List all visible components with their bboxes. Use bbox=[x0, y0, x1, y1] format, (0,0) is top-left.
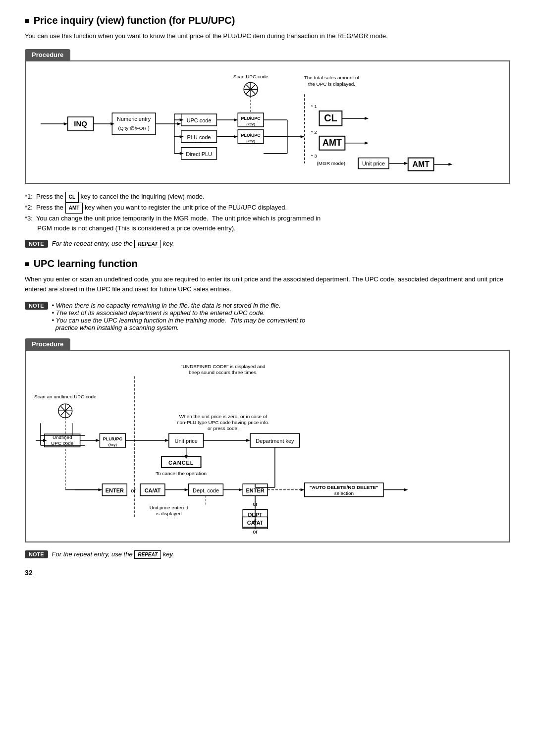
svg-marker-55 bbox=[365, 117, 369, 120]
procedure2-badge-wrap: Procedure bbox=[25, 338, 510, 350]
procedure1-badge: Procedure bbox=[25, 49, 70, 60]
svg-text:CA/AT: CA/AT bbox=[145, 487, 161, 493]
svg-text:(MGR mode): (MGR mode) bbox=[317, 160, 345, 165]
svg-marker-5 bbox=[110, 122, 114, 125]
note2-text: • When there is no capacity remaining in… bbox=[52, 302, 306, 331]
svg-text:or press code.: or press code. bbox=[208, 426, 239, 431]
diagram1: INQ Numeric entry (Q'ty @/FOR ) UPC code… bbox=[36, 69, 499, 173]
svg-text:Undfined: Undfined bbox=[53, 434, 72, 440]
svg-text:* 1: * 1 bbox=[311, 104, 318, 109]
note2-line2: • The text of its associated department … bbox=[52, 309, 306, 317]
svg-text:Unit price: Unit price bbox=[175, 438, 198, 444]
svg-text:Dept. code: Dept. code bbox=[193, 487, 219, 493]
footnote1-2: *2: Press the AMT key when you want to r… bbox=[25, 203, 510, 214]
svg-text:Department key: Department key bbox=[256, 438, 294, 444]
svg-marker-26 bbox=[234, 118, 238, 121]
svg-marker-20 bbox=[180, 118, 184, 121]
svg-marker-24 bbox=[180, 152, 184, 155]
note2-box: NOTE • When there is no capacity remaini… bbox=[25, 302, 510, 331]
svg-text:PLU/UPC: PLU/UPC bbox=[103, 436, 123, 441]
note3-text: For the repeat entry, use the REPEAT key… bbox=[52, 550, 174, 559]
svg-marker-31 bbox=[234, 135, 238, 138]
svg-text:(key): (key) bbox=[108, 442, 117, 447]
svg-text:* 3: * 3 bbox=[311, 153, 318, 158]
note1-text: For the repeat entry, use the REPEAT key… bbox=[52, 240, 174, 248]
note1-badge: NOTE bbox=[25, 240, 48, 248]
svg-text:ENTER: ENTER bbox=[246, 487, 265, 493]
svg-marker-98 bbox=[165, 439, 169, 442]
svg-text:* 2: * 2 bbox=[311, 129, 318, 134]
footnotes1: *1: Press the CL key to cancel the the i… bbox=[25, 192, 510, 234]
svg-marker-70 bbox=[448, 162, 452, 165]
svg-text:AMT: AMT bbox=[322, 137, 342, 147]
svg-text:(key): (key) bbox=[246, 121, 255, 126]
svg-text:or: or bbox=[131, 487, 136, 493]
svg-text:INQ: INQ bbox=[74, 119, 87, 127]
svg-text:or: or bbox=[253, 529, 258, 535]
svg-marker-84 bbox=[43, 439, 47, 442]
svg-text:PLU code: PLU code bbox=[187, 134, 211, 140]
svg-text:is displayed: is displayed bbox=[156, 511, 182, 516]
note1-box: NOTE For the repeat entry, use the REPEA… bbox=[25, 240, 510, 248]
footnote1-3: *3: You can change the unit price tempor… bbox=[25, 214, 510, 234]
note2-line3: • You can use the UPC learning function … bbox=[52, 317, 306, 331]
procedure1-box: INQ Numeric entry (Q'ty @/FOR ) UPC code… bbox=[25, 60, 510, 184]
svg-text:PLU/UPC: PLU/UPC bbox=[241, 116, 261, 121]
svg-text:Unit price: Unit price bbox=[362, 160, 385, 166]
svg-marker-108 bbox=[185, 455, 188, 459]
section2-title: UPC learning function bbox=[25, 258, 510, 270]
svg-marker-1 bbox=[64, 122, 68, 125]
procedure2-box: "UNDEFINED CODE" is displayed and beep s… bbox=[25, 350, 510, 542]
svg-marker-10 bbox=[177, 122, 181, 125]
note2-line1: • When there is no capacity remaining in… bbox=[52, 302, 306, 309]
section2-intro: When you enter or scan an undefined code… bbox=[25, 274, 510, 294]
svg-text:beep sound occurs three times.: beep sound occurs three times. bbox=[189, 370, 258, 375]
page-number: 32 bbox=[25, 569, 510, 577]
footnote1-1: *1: Press the CL key to cancel the the i… bbox=[25, 192, 510, 203]
svg-text:To cancel the operation: To cancel the operation bbox=[156, 471, 207, 476]
svg-text:CANCEL: CANCEL bbox=[168, 460, 194, 466]
section1-title: Price inquiry (view) function (for PLU/U… bbox=[25, 15, 510, 26]
svg-text:PLU/UPC: PLU/UPC bbox=[241, 132, 261, 137]
svg-text:(Q'ty @/FOR ): (Q'ty @/FOR ) bbox=[118, 125, 149, 130]
svg-marker-132 bbox=[404, 488, 408, 491]
svg-text:"AUTO DELETE/NO DELETE": "AUTO DELETE/NO DELETE" bbox=[310, 485, 378, 490]
svg-marker-66 bbox=[404, 162, 408, 164]
svg-text:non-PLU type UPC code having p: non-PLU type UPC code having price info. bbox=[177, 420, 269, 425]
svg-text:Unit price entered: Unit price entered bbox=[150, 505, 188, 511]
svg-text:UPC code: UPC code bbox=[187, 117, 212, 123]
svg-text:Scan UPC code: Scan UPC code bbox=[233, 74, 268, 79]
svg-text:selection: selection bbox=[334, 490, 354, 496]
svg-marker-60 bbox=[365, 141, 369, 144]
svg-text:Numeric entry: Numeric entry bbox=[117, 116, 151, 122]
svg-marker-119 bbox=[185, 488, 189, 491]
svg-marker-89 bbox=[96, 439, 100, 442]
svg-text:When the unit price is zero, o: When the unit price is zero, or in case … bbox=[179, 414, 268, 419]
svg-text:CL: CL bbox=[324, 112, 337, 123]
note2-badge: NOTE bbox=[25, 302, 48, 310]
svg-text:The total sales amount of: The total sales amount of bbox=[304, 75, 360, 80]
svg-marker-123 bbox=[239, 488, 243, 491]
svg-text:(key): (key) bbox=[246, 138, 255, 143]
svg-marker-40 bbox=[301, 135, 305, 138]
svg-marker-127 bbox=[301, 488, 305, 491]
svg-text:ENTER: ENTER bbox=[106, 487, 124, 493]
note3-box: NOTE For the repeat entry, use the REPEA… bbox=[25, 550, 510, 559]
svg-text:UPC code: UPC code bbox=[51, 440, 74, 446]
section1-intro: You can use this function when you want … bbox=[25, 31, 510, 41]
procedure2-badge: Procedure bbox=[25, 338, 70, 350]
procedure1-badge-wrap: Procedure bbox=[25, 49, 510, 60]
svg-text:"UNDEFINED CODE" is displayed : "UNDEFINED CODE" is displayed and bbox=[181, 364, 266, 369]
svg-marker-22 bbox=[180, 135, 184, 138]
svg-text:Scan an undfined UPC code: Scan an undfined UPC code bbox=[34, 394, 97, 399]
svg-text:AMT: AMT bbox=[412, 160, 429, 168]
svg-marker-102 bbox=[246, 439, 250, 442]
note3-badge: NOTE bbox=[25, 550, 48, 558]
diagram2: "UNDEFINED CODE" is displayed and beep s… bbox=[36, 359, 499, 532]
svg-text:Direct PLU: Direct PLU bbox=[186, 151, 212, 157]
svg-text:the UPC is displayed.: the UPC is displayed. bbox=[308, 81, 355, 87]
